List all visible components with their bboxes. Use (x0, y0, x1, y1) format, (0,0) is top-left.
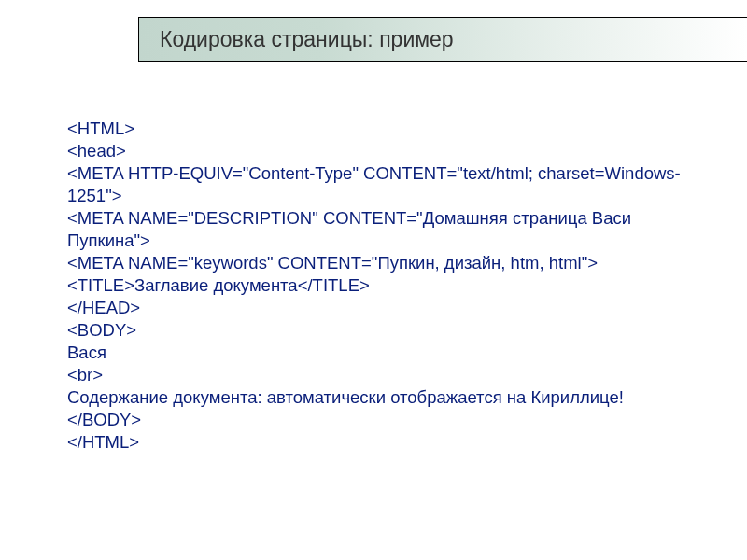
code-line: <br> (67, 364, 702, 386)
code-example-block: <HTML> <head> <META HTTP-EQUIV="Content-… (67, 118, 702, 454)
code-line: <META NAME="keywords" CONTENT="Пупкин, д… (67, 252, 702, 274)
code-line: </BODY> (67, 409, 702, 431)
code-line: <TITLE>Заглавие документа</TITLE> (67, 274, 702, 297)
code-line: Содержание документа: автоматически отоб… (67, 386, 702, 409)
code-line: </HEAD> (67, 297, 702, 319)
code-line: <HTML> (67, 118, 702, 140)
code-line: <BODY> (67, 319, 702, 342)
code-line: <head> (67, 140, 702, 162)
code-line: <META NAME="DESCRIPTION" CONTENT="Домашн… (67, 207, 702, 252)
slide-title: Кодировка страницы: пример (160, 27, 454, 52)
code-line: <META HTTP-EQUIV="Content-Type" CONTENT=… (67, 162, 702, 207)
code-line: </HTML> (67, 431, 702, 454)
code-line: Вася (67, 342, 702, 364)
slide-title-bar: Кодировка страницы: пример (138, 17, 747, 62)
